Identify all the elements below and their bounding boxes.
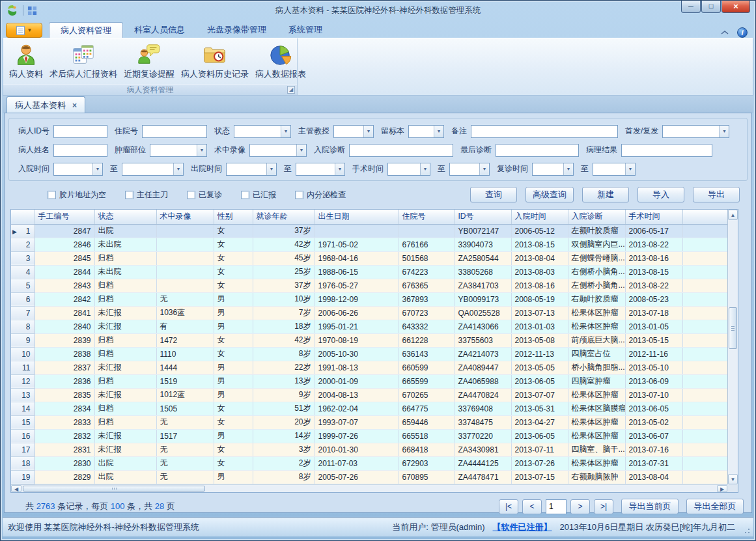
column-header-3[interactable]: 状态 (94, 210, 156, 224)
row-header[interactable]: 18 (11, 456, 35, 470)
filter-combo-r3-6[interactable]: ▼ (449, 163, 490, 176)
chevron-down-icon[interactable]: ▼ (266, 163, 276, 175)
row-header[interactable]: 8 (11, 320, 35, 333)
column-header-9[interactable]: ID号 (455, 210, 511, 224)
chevron-down-icon[interactable]: ▼ (420, 163, 430, 175)
table-row[interactable]: 132835未汇报1012蓝男9岁2004-08-13670265ZA44708… (11, 388, 727, 402)
tab-close-icon[interactable]: × (72, 101, 77, 110)
filter-checkbox-4[interactable]: 已汇报 (241, 189, 276, 201)
filter-combo-r1-4[interactable]: ▼ (333, 125, 374, 138)
scroll-right-icon[interactable]: ▶ (717, 485, 727, 492)
minimize-button[interactable]: ─ (681, 1, 701, 13)
document-tab-patient-basic-info[interactable]: 病人基本资料 × (7, 96, 85, 113)
row-header[interactable]: 15 (11, 415, 35, 429)
search-button[interactable]: 查询 (470, 187, 517, 202)
filter-input-r1-6[interactable] (471, 125, 618, 138)
column-header-8[interactable]: 住院号 (399, 210, 455, 224)
help-info-icon[interactable] (737, 27, 748, 38)
filter-input-r2-1[interactable] (53, 144, 107, 157)
filter-combo-r3-1[interactable]: ▼ (53, 163, 103, 176)
table-row[interactable]: 32845归档女45岁1968-04-16501568ZA25805442013… (11, 251, 727, 265)
filter-input-r2-4[interactable] (349, 144, 453, 157)
column-header-1[interactable] (11, 210, 35, 224)
table-row[interactable]: 52843归档女37岁1976-05-27676365ZA38417032013… (11, 279, 727, 292)
table-row[interactable]: ▶12847出院女37岁YB00721472006-05-12左额叶胶质瘤200… (11, 224, 727, 238)
collapse-ribbon-icon[interactable] (719, 27, 731, 38)
vertical-scrollbar[interactable]: ▲ ▼ (727, 210, 738, 484)
close-button[interactable]: × (721, 1, 750, 13)
column-header-7[interactable]: 出生日期 (315, 210, 399, 224)
row-header[interactable]: 9 (11, 333, 35, 347)
filter-checkbox-1[interactable]: 胶片地址为空 (48, 189, 106, 201)
scroll-up-icon[interactable]: ▲ (728, 210, 738, 220)
ribbon-tab-3[interactable]: 光盘录像带管理 (196, 22, 277, 38)
chevron-down-icon[interactable]: ▼ (92, 163, 102, 175)
chevron-down-icon[interactable]: ▼ (173, 163, 183, 175)
row-header[interactable]: 19 (11, 470, 35, 484)
row-header[interactable]: 13 (11, 388, 35, 402)
app-menu-button[interactable]: ▼ (6, 23, 42, 38)
horizontal-scroll-thumb[interactable] (23, 486, 205, 492)
column-header-10[interactable]: 入院时间 (511, 210, 568, 224)
filter-combo-r1-5[interactable]: ▼ (408, 125, 444, 138)
table-row[interactable]: 142834归档1505女51岁1962-02-0466477533769408… (11, 402, 727, 415)
filter-combo-r3-7[interactable]: ▼ (532, 163, 574, 176)
chevron-down-icon[interactable]: ▼ (281, 126, 290, 137)
filter-input-r1-1[interactable] (53, 125, 107, 138)
export-button[interactable]: 导出 (693, 187, 740, 202)
ribbon-tab-2[interactable]: 科室人员信息 (123, 22, 196, 38)
table-row[interactable]: 102838归档1110女8岁2005-10-30636143ZA4214073… (11, 347, 727, 361)
row-header[interactable]: 3 (11, 251, 35, 265)
chevron-down-icon[interactable]: ▼ (625, 163, 635, 175)
column-header-4[interactable]: 术中录像 (156, 210, 214, 224)
table-row[interactable]: 92839归档1472女42岁1970-08-19661228337556032… (11, 333, 727, 347)
next-page-button[interactable]: > (570, 499, 590, 514)
filter-input-r2-5[interactable] (496, 144, 579, 157)
row-header[interactable]: 14 (11, 402, 35, 415)
filter-combo-r3-8[interactable]: ▼ (593, 163, 636, 176)
table-row[interactable]: 112837未汇报1444男22岁1991-08-13660599ZA40894… (11, 361, 727, 374)
registered-link[interactable]: 【软件已注册】 (493, 521, 552, 533)
filter-combo-r1-7[interactable]: ▼ (662, 125, 729, 138)
scroll-down-icon[interactable]: ▼ (728, 474, 738, 484)
advanced-search-button[interactable]: 高级查询 (525, 187, 574, 202)
filter-input-r2-6[interactable] (621, 144, 712, 157)
row-header[interactable]: 10 (11, 347, 35, 361)
ribbon-button-data-report[interactable]: 病人数据报表 (252, 41, 309, 81)
filter-combo-r2-2[interactable]: ▼ (150, 144, 207, 157)
ribbon-button-followup-reminder[interactable]: 近期复诊提醒 (120, 41, 178, 81)
ribbon-button-history-folder[interactable]: 病人资料历史记录 (178, 41, 252, 81)
ribbon-tab-4[interactable]: 系统管理 (277, 22, 333, 38)
table-row[interactable]: 192829出院无男8岁2005-07-26670895ZA4478471201… (11, 470, 727, 484)
chevron-down-icon[interactable]: ▼ (434, 126, 443, 137)
filter-combo-r1-3[interactable]: ▼ (234, 125, 291, 138)
column-header-13[interactable] (682, 210, 727, 224)
column-header-2[interactable]: 手工编号 (35, 210, 94, 224)
ribbon-button-postop-report[interactable]: 术后病人汇报资料 (46, 41, 120, 81)
prev-page-button[interactable]: < (522, 499, 542, 514)
new-button[interactable]: 新建 (582, 187, 629, 202)
table-row[interactable]: 62842归档无男10岁1998-12-09367893YB0099173200… (11, 292, 727, 306)
export-current-page-button[interactable]: 导出当前页 (621, 499, 679, 514)
maximize-button[interactable]: □ (701, 1, 721, 13)
row-header[interactable]: ▶1 (11, 224, 35, 238)
row-header[interactable]: 12 (11, 374, 35, 388)
filter-checkbox-3[interactable]: 已复诊 (187, 189, 222, 201)
filter-checkbox-2[interactable]: 主任主刀 (125, 189, 168, 201)
filter-combo-r3-5[interactable]: ▼ (387, 163, 430, 176)
row-header[interactable]: 5 (11, 279, 35, 292)
chevron-down-icon[interactable]: ▼ (719, 126, 729, 137)
row-header[interactable]: 4 (11, 265, 35, 279)
horizontal-scrollbar[interactable]: ◀ ▶ (11, 484, 727, 492)
first-page-button[interactable]: |< (499, 499, 518, 514)
import-button[interactable]: 导入 (637, 187, 684, 202)
filter-checkbox-5[interactable]: 内分泌检查 (295, 189, 346, 201)
column-header-11[interactable]: 入院诊断 (568, 210, 625, 224)
table-row[interactable]: 162832未汇报1517男14岁1999-07-266655183377022… (11, 429, 727, 443)
chevron-down-icon[interactable]: ▼ (563, 163, 573, 175)
table-row[interactable]: 82840未汇报有男18岁1995-01-21643332ZA414306620… (11, 320, 727, 333)
filter-combo-r3-4[interactable]: ▼ (296, 163, 345, 176)
last-page-button[interactable]: >| (594, 499, 613, 514)
filter-input-r1-2[interactable] (142, 125, 207, 138)
chevron-down-icon[interactable]: ▼ (335, 163, 344, 175)
